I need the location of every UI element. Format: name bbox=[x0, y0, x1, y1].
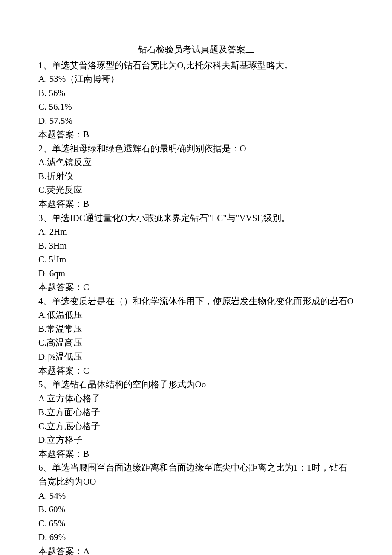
question-block: 3、单选IDC通过量化O大小瑕疵来界定钻石"LC"与"VVSΓ,级别。 A. 2… bbox=[38, 211, 354, 294]
option-b: B.常温常压 bbox=[38, 322, 354, 336]
document-page: 钻石检验员考试真题及答案三 1、单选艾普洛琢型的钻石台宽比为O,比托尔科夫斯基琢… bbox=[0, 0, 392, 555]
question-block: 4、单选变质岩是在（）和化学流体作用下，使原岩发生物化变化而形成的岩石O A.低… bbox=[38, 294, 354, 378]
page-title: 钻石检验员考试真题及答案三 bbox=[38, 43, 354, 57]
option-c: C.高温高压 bbox=[38, 336, 354, 350]
option-b: B. 60% bbox=[38, 503, 354, 517]
option-a: A.滤色镜反应 bbox=[38, 155, 354, 169]
question-stem: 1、单选艾普洛琢型的钻石台宽比为O,比托尔科夫斯基琢型略大。 bbox=[38, 58, 354, 73]
question-stem: 3、单选IDC通过量化O大小瑕疵来界定钻石"LC"与"VVSΓ,级别。 bbox=[38, 211, 354, 225]
option-d: D.立方格子 bbox=[38, 433, 354, 447]
option-a: A. 53%（江南博哥） bbox=[38, 72, 354, 86]
answer-line: 本题答案：C bbox=[38, 280, 354, 294]
option-b: B.立方面心格子 bbox=[38, 405, 354, 419]
answer-line: 本题答案：C bbox=[38, 364, 354, 378]
option-a: A.低温低压 bbox=[38, 308, 354, 322]
question-stem: 4、单选变质岩是在（）和化学流体作用下，使原岩发生物化变化而形成的岩石O bbox=[38, 294, 354, 308]
question-stem: 6、单选当腰围至台面边缘距离和台面边缘至底尖中心距离之比为1：1时，钻石台宽比约… bbox=[38, 461, 354, 488]
answer-line: 本题答案：A bbox=[38, 544, 354, 555]
question-block: 2、单选祖母绿和绿色透辉石的最明确判别依据是：O A.滤色镜反应 B.折射仪 C… bbox=[38, 142, 354, 211]
option-c: C. 5∣Im bbox=[38, 253, 354, 267]
option-d: D. 69% bbox=[38, 530, 354, 544]
option-b: B. 56% bbox=[38, 86, 354, 100]
answer-line: 本题答案：B bbox=[38, 447, 354, 461]
option-c: C. 65% bbox=[38, 517, 354, 531]
option-b: B. 3Hm bbox=[38, 239, 354, 253]
option-c: C.荧光反应 bbox=[38, 183, 354, 197]
answer-line: 本题答案：B bbox=[38, 128, 354, 142]
question-block: 1、单选艾普洛琢型的钻石台宽比为O,比托尔科夫斯基琢型略大。 A. 53%（江南… bbox=[38, 58, 354, 142]
option-a: A.立方体心格子 bbox=[38, 392, 354, 406]
option-d: D.|⅝温低压 bbox=[38, 350, 354, 364]
question-stem: 2、单选祖母绿和绿色透辉石的最明确判别依据是：O bbox=[38, 142, 354, 156]
option-b: B.折射仪 bbox=[38, 169, 354, 183]
option-d: D. 6qm bbox=[38, 267, 354, 281]
option-c: C. 56.1% bbox=[38, 100, 354, 114]
answer-line: 本题答案：B bbox=[38, 197, 354, 211]
option-c: C.立方底心格子 bbox=[38, 419, 354, 433]
option-a: A. 54% bbox=[38, 489, 354, 503]
question-block: 6、单选当腰围至台面边缘距离和台面边缘至底尖中心距离之比为1：1时，钻石台宽比约… bbox=[38, 461, 354, 555]
option-d: D. 57.5% bbox=[38, 114, 354, 128]
question-stem: 5、单选钻石晶体结构的空间格子形式为Oo bbox=[38, 378, 354, 392]
question-block: 5、单选钻石晶体结构的空间格子形式为Oo A.立方体心格子 B.立方面心格子 C… bbox=[38, 378, 354, 461]
option-a: A. 2Hm bbox=[38, 225, 354, 239]
